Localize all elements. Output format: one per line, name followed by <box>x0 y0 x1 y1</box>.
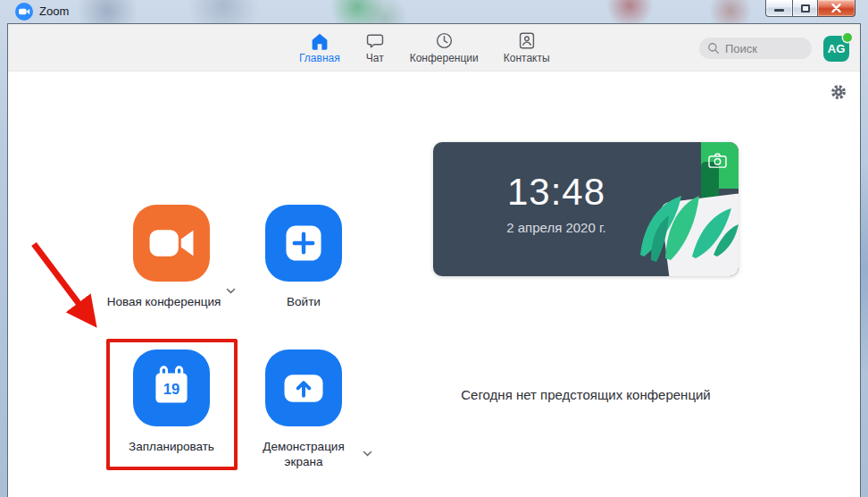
search-icon <box>707 42 720 55</box>
new-meeting-label: Новая конференция <box>107 295 221 310</box>
avatar-initials: AG <box>828 42 846 55</box>
share-screen-button[interactable]: Демонстрация экрана <box>228 350 380 470</box>
join-button[interactable]: Войти <box>228 205 380 310</box>
avatar[interactable]: AG <box>823 36 849 62</box>
online-status-dot <box>843 33 852 42</box>
close-icon <box>831 4 841 13</box>
maximize-button[interactable] <box>792 0 818 17</box>
clock-icon <box>435 30 454 50</box>
plant-leaves <box>635 165 739 265</box>
schedule-label: Запланировать <box>129 440 214 455</box>
tab-meetings[interactable]: Конференции <box>410 30 479 64</box>
settings-button[interactable] <box>830 83 847 101</box>
tab-home[interactable]: Главная <box>299 30 340 64</box>
tab-home-label: Главная <box>299 52 340 64</box>
join-label: Войти <box>287 295 321 310</box>
window-title: Zoom <box>39 4 69 18</box>
home-icon <box>310 30 330 50</box>
video-camera-icon <box>133 205 210 282</box>
zoom-window: Главная Чат Конференции <box>7 23 861 497</box>
tab-contacts[interactable]: Контакты <box>504 30 550 64</box>
titlebar[interactable]: Zoom <box>0 0 868 23</box>
share-screen-dropdown[interactable] <box>363 444 372 460</box>
tab-chat[interactable]: Чат <box>365 30 385 64</box>
plus-icon <box>265 205 342 282</box>
minimize-button[interactable] <box>765 0 792 17</box>
maximize-icon <box>801 4 810 13</box>
search-input[interactable]: Поиск <box>699 38 812 59</box>
zoom-logo-icon <box>15 3 33 21</box>
contacts-icon <box>518 30 536 50</box>
search-placeholder: Поиск <box>725 42 757 55</box>
calendar-icon: 19 <box>133 350 210 426</box>
chevron-down-icon <box>363 451 372 457</box>
chat-icon <box>365 30 385 50</box>
tab-chat-label: Чат <box>366 52 384 64</box>
share-screen-icon <box>265 350 342 426</box>
nav-tabs: Главная Чат Конференции <box>299 30 550 64</box>
calendar-day: 19 <box>163 381 179 398</box>
share-screen-label: Демонстрация экрана <box>250 440 357 470</box>
no-meetings-message: Сегодня нет предстоящих конференций <box>433 387 739 402</box>
camera-icon[interactable] <box>707 152 728 173</box>
clock-card: 13:48 2 апреля 2020 г. <box>433 142 739 276</box>
schedule-button[interactable]: 19 Запланировать <box>96 350 247 455</box>
new-meeting-button[interactable]: Новая конференция <box>96 205 247 310</box>
close-button[interactable] <box>818 0 855 17</box>
window-controls <box>765 0 855 17</box>
tab-meetings-label: Конференции <box>410 52 479 64</box>
minimize-icon <box>774 9 784 12</box>
header-bar: Главная Чат Конференции <box>8 24 860 72</box>
tab-contacts-label: Контакты <box>504 52 550 64</box>
desktop-background: Zoom Главная <box>0 0 868 497</box>
gear-icon <box>830 83 847 101</box>
